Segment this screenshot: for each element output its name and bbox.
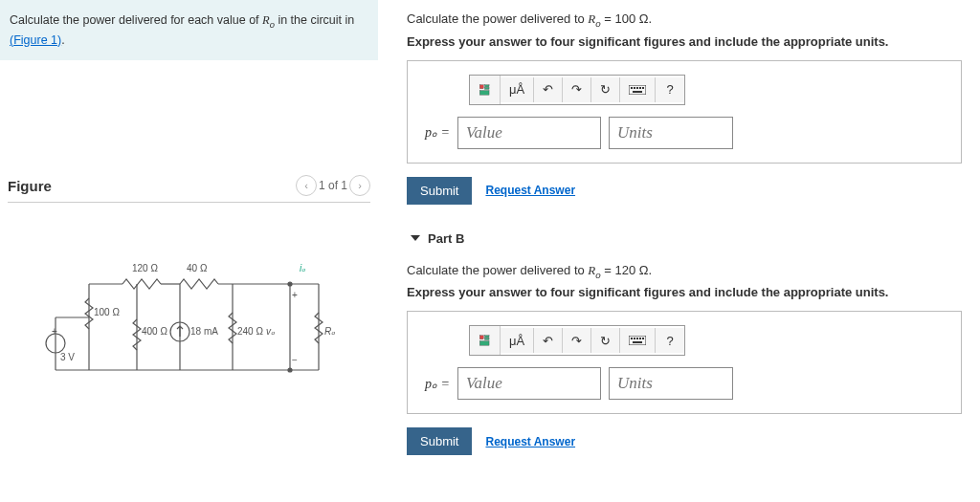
svg-point-15 bbox=[288, 282, 292, 286]
svg-text:18 mA: 18 mA bbox=[190, 326, 218, 337]
reset-icon[interactable]: ↻ bbox=[591, 77, 620, 102]
svg-text:+: + bbox=[292, 290, 298, 300]
units-input-a[interactable] bbox=[609, 117, 733, 149]
next-figure-button[interactable]: › bbox=[349, 175, 370, 196]
prev-figure-button[interactable]: ‹ bbox=[296, 175, 317, 196]
units-input-b[interactable] bbox=[609, 367, 733, 400]
part-a-instruction: Express your answer to four significant … bbox=[407, 34, 962, 49]
figure-link[interactable]: (Figure 1) bbox=[10, 33, 61, 47]
svg-rect-37 bbox=[636, 87, 638, 89]
svg-text:+: + bbox=[52, 326, 57, 337]
part-b-answer-box: μÅ ↶ ↷ ↻ ? pₒ = bbox=[407, 311, 962, 414]
fraction-tool-icon[interactable] bbox=[470, 76, 501, 104]
request-answer-link-a[interactable]: Request Answer bbox=[485, 184, 575, 197]
part-a-question: Calculate the power delivered to Ro = 10… bbox=[407, 11, 962, 29]
svg-rect-30 bbox=[479, 84, 483, 88]
intro-text: Calculate the power delivered for each v… bbox=[10, 13, 262, 27]
redo-icon[interactable]: ↷ bbox=[563, 77, 591, 102]
svg-rect-36 bbox=[634, 87, 635, 89]
svg-rect-38 bbox=[639, 87, 641, 89]
svg-rect-43 bbox=[485, 338, 490, 340]
circuit-diagram: 120 Ω 40 Ω 100 Ω 400 Ω 18 mA 240 Ω 3 V i… bbox=[8, 260, 370, 384]
request-answer-link-b[interactable]: Request Answer bbox=[485, 435, 575, 448]
po-label-b: pₒ = bbox=[425, 376, 450, 392]
help-icon[interactable]: ? bbox=[656, 77, 684, 102]
svg-rect-41 bbox=[479, 336, 483, 339]
figure-title: Figure bbox=[8, 178, 52, 194]
svg-rect-33 bbox=[479, 90, 489, 95]
pager-text: 1 of 1 bbox=[319, 179, 347, 192]
format-toolbar-a: μÅ ↶ ↷ ↻ ? bbox=[469, 75, 685, 105]
caret-down-icon bbox=[411, 235, 420, 241]
svg-rect-31 bbox=[485, 84, 490, 86]
figure-pager: ‹ 1 of 1 › bbox=[296, 175, 370, 196]
svg-rect-40 bbox=[633, 91, 642, 93]
part-b-header[interactable]: Part B bbox=[407, 226, 962, 251]
svg-rect-50 bbox=[642, 338, 644, 339]
redo-icon[interactable]: ↷ bbox=[563, 328, 591, 353]
svg-text:vₒ: vₒ bbox=[266, 326, 276, 337]
svg-text:iₒ: iₒ bbox=[300, 263, 306, 273]
special-char-tool[interactable]: μÅ bbox=[501, 328, 534, 353]
reset-icon[interactable]: ↻ bbox=[591, 328, 620, 353]
special-char-tool[interactable]: μÅ bbox=[501, 77, 534, 102]
part-a: Calculate the power delivered to Ro = 10… bbox=[407, 11, 962, 205]
submit-button-b[interactable]: Submit bbox=[407, 427, 472, 455]
svg-text:400 Ω: 400 Ω bbox=[142, 326, 167, 337]
svg-rect-32 bbox=[485, 87, 490, 89]
svg-rect-34 bbox=[629, 85, 646, 95]
submit-button-a[interactable]: Submit bbox=[407, 177, 472, 205]
svg-text:100 Ω: 100 Ω bbox=[94, 307, 120, 317]
svg-rect-51 bbox=[633, 341, 642, 343]
value-input-a[interactable] bbox=[457, 117, 601, 149]
value-input-b[interactable] bbox=[457, 367, 601, 400]
keyboard-icon[interactable] bbox=[620, 77, 656, 102]
svg-point-16 bbox=[288, 368, 292, 372]
svg-rect-35 bbox=[631, 87, 633, 89]
svg-text:40 Ω: 40 Ω bbox=[187, 263, 208, 273]
svg-rect-44 bbox=[479, 341, 489, 346]
svg-text:−: − bbox=[292, 355, 298, 365]
help-icon[interactable]: ? bbox=[656, 328, 684, 353]
svg-text:3 V: 3 V bbox=[60, 352, 75, 362]
fraction-tool-icon[interactable] bbox=[470, 326, 501, 355]
svg-rect-45 bbox=[629, 336, 646, 345]
part-b-question: Calculate the power delivered to Ro = 12… bbox=[407, 263, 962, 280]
var-R: R bbox=[262, 13, 270, 27]
svg-rect-42 bbox=[485, 336, 490, 338]
svg-text:Rₒ: Rₒ bbox=[324, 326, 336, 337]
svg-rect-48 bbox=[636, 338, 638, 339]
svg-rect-47 bbox=[634, 338, 635, 339]
part-b: Part B Calculate the power delivered to … bbox=[407, 226, 962, 456]
undo-icon[interactable]: ↶ bbox=[534, 77, 563, 102]
format-toolbar-b: μÅ ↶ ↷ ↻ ? bbox=[469, 325, 685, 356]
part-b-instruction: Express your answer to four significant … bbox=[407, 285, 962, 299]
svg-rect-46 bbox=[631, 338, 633, 339]
svg-text:240 Ω: 240 Ω bbox=[237, 326, 263, 337]
undo-icon[interactable]: ↶ bbox=[534, 328, 563, 353]
problem-intro: Calculate the power delivered for each v… bbox=[0, 0, 378, 60]
po-label-a: pₒ = bbox=[425, 124, 450, 141]
keyboard-icon[interactable] bbox=[620, 328, 656, 353]
svg-rect-39 bbox=[642, 87, 644, 89]
part-a-answer-box: μÅ ↶ ↷ ↻ ? pₒ = bbox=[407, 60, 962, 164]
svg-rect-49 bbox=[639, 338, 641, 339]
svg-text:120 Ω: 120 Ω bbox=[132, 263, 158, 273]
